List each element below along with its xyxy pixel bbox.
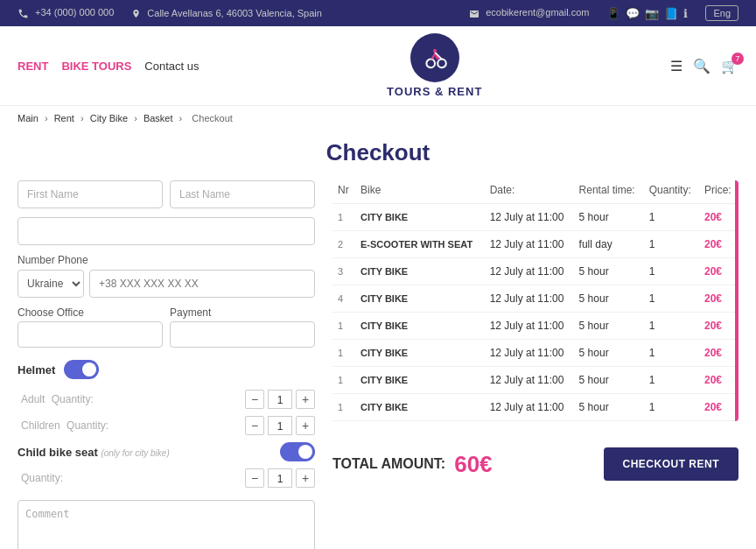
row-bike: CITY BIKE [355, 204, 485, 231]
cart-icon[interactable]: 🛒 7 [721, 58, 738, 74]
row-price: 20€ [699, 204, 738, 231]
svg-point-0 [426, 60, 435, 68]
row-qty: 1 [644, 367, 699, 394]
row-date: 12 July at 11:00 [485, 367, 574, 394]
col-price: Price: [699, 180, 738, 204]
nav-rent[interactable]: RENT [18, 60, 48, 73]
row-rental: 5 hour [574, 204, 644, 231]
row-price: 20€ [699, 394, 738, 421]
row-rental: 5 hour [574, 394, 644, 421]
row-qty: 1 [644, 231, 699, 258]
office-select[interactable] [18, 321, 163, 348]
row-rental: 5 hour [574, 285, 644, 313]
payment-select[interactable] [170, 321, 315, 348]
children-qty-value: 1 [268, 416, 292, 435]
child-bike-toggle[interactable] [280, 442, 315, 461]
row-price: 20€ [699, 231, 738, 258]
adult-label: Adult Quantity: [18, 393, 94, 405]
children-qty-minus[interactable]: − [245, 416, 264, 435]
cart-badge: 7 [732, 53, 744, 65]
phone-input[interactable] [89, 270, 315, 298]
row-nr: 1 [332, 367, 355, 394]
row-qty: 1 [644, 313, 699, 340]
child-seat-qty-minus[interactable]: − [245, 468, 264, 488]
row-nr: 1 [332, 394, 355, 421]
nav-contact[interactable]: Contact us [144, 60, 199, 73]
row-nr: 1 [332, 340, 355, 367]
row-date: 12 July at 11:00 [485, 285, 574, 313]
row-qty: 1 [644, 204, 699, 231]
child-seat-qty-control: − 1 + [245, 468, 315, 488]
row-nr: 4 [332, 285, 355, 313]
menu-button[interactable]: ☰ [670, 58, 682, 74]
nav-bike-tours[interactable]: BIKE TOURS [61, 60, 131, 73]
total-amount: 60€ [454, 451, 492, 478]
helmet-label: Helmet [18, 363, 55, 377]
helmet-toggle[interactable] [64, 360, 99, 379]
breadcrumb: Main › Rent › City Bike › Basket › Check… [0, 106, 756, 130]
table-row: 1 CITY BIKE 12 July at 11:00 5 hour 1 20… [332, 340, 738, 367]
svg-point-2 [433, 49, 437, 53]
col-nr: Nr [332, 180, 355, 204]
row-price: 20€ [699, 340, 738, 367]
row-rental: 5 hour [574, 313, 644, 340]
header-right: ☰ 🔍 🛒 7 [670, 58, 738, 74]
email-input[interactable]: noebogoolvsky@gmail.com [18, 217, 315, 245]
row-date: 12 July at 11:00 [485, 204, 574, 231]
row-bike: CITY BIKE [355, 313, 485, 340]
col-date: Date: [485, 180, 574, 204]
row-bike: CITY BIKE [355, 367, 485, 394]
col-qty: Quantity: [644, 180, 699, 204]
row-price: 20€ [699, 258, 738, 285]
child-seat-qty-plus[interactable]: + [296, 468, 315, 488]
payment-label: Payment [170, 306, 315, 319]
choose-office-label: Choose Office [18, 306, 163, 319]
row-bike: CITY BIKE [355, 285, 485, 313]
order-table-section: Nr Bike Date: Rental time: Quantity: Pri… [332, 180, 738, 549]
table-row: 4 CITY BIKE 12 July at 11:00 5 hour 1 20… [332, 285, 738, 313]
table-row: 1 CITY BIKE 12 July at 11:00 5 hour 1 20… [332, 394, 738, 421]
comment-input[interactable] [18, 500, 315, 549]
row-bike: CITY BIKE [355, 258, 485, 285]
lang-button[interactable]: Eng [705, 5, 738, 21]
breadcrumb-basket[interactable]: Basket [144, 113, 173, 123]
last-name-input[interactable] [170, 180, 315, 208]
total-label: TOTAL AMOUNT: [332, 456, 445, 472]
logo-title: TOURS & RENT [387, 85, 482, 98]
total-row: TOTAL AMOUNT: 60€ CHECKOUT RENT [332, 439, 738, 481]
topbar-location: Calle Avellanas 6, 46003 Valencia, Spain [131, 8, 322, 19]
row-qty: 1 [644, 340, 699, 367]
col-rental: Rental time: [574, 180, 644, 204]
row-rental: full day [574, 231, 644, 258]
top-bar: +34 (000) 000 000 Calle Avellanas 6, 460… [0, 0, 756, 26]
row-nr: 1 [332, 204, 355, 231]
search-button[interactable]: 🔍 [693, 58, 710, 74]
checkout-form: noebogoolvsky@gmail.com Number Phone Ukr… [18, 180, 315, 549]
breadcrumb-city-bike[interactable]: City Bike [90, 113, 128, 123]
row-nr: 2 [332, 231, 355, 258]
child-bike-label: Child bike seat (only for city bike) [18, 446, 170, 459]
adult-qty-plus[interactable]: + [296, 390, 315, 409]
first-name-input[interactable] [18, 180, 163, 208]
table-row: 1 CITY BIKE 12 July at 11:00 5 hour 1 20… [332, 313, 738, 340]
row-date: 12 July at 11:00 [485, 231, 574, 258]
logo: TOURS & RENT [199, 33, 670, 98]
adult-qty-value: 1 [268, 390, 292, 409]
row-price: 20€ [699, 285, 738, 313]
children-qty-plus[interactable]: + [296, 416, 315, 435]
adult-qty-minus[interactable]: − [245, 390, 264, 409]
row-rental: 5 hour [574, 340, 644, 367]
row-bike: CITY BIKE [355, 340, 485, 367]
country-select[interactable]: Ukraine [18, 270, 84, 298]
breadcrumb-main[interactable]: Main [18, 113, 38, 123]
main-content: noebogoolvsky@gmail.com Number Phone Ukr… [0, 180, 756, 549]
row-date: 12 July at 11:00 [485, 258, 574, 285]
logo-circle [410, 33, 459, 82]
checkout-button[interactable]: CHECKOUT RENT [604, 447, 739, 481]
row-rental: 5 hour [574, 367, 644, 394]
child-seat-qty-value: 1 [268, 468, 292, 488]
row-price: 20€ [699, 313, 738, 340]
breadcrumb-rent[interactable]: Rent [54, 113, 74, 123]
row-bike: E-SCOOTER WITH SEAT [355, 231, 485, 258]
row-qty: 1 [644, 258, 699, 285]
